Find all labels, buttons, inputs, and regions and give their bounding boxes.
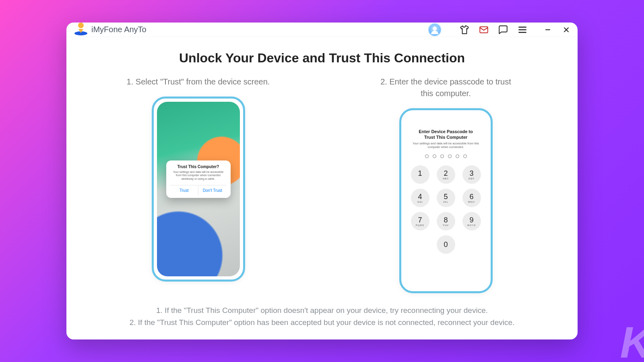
watermark: K	[620, 317, 644, 362]
key-4[interactable]: 4GHI	[411, 189, 429, 207]
app-title: iMyFone AnyTo	[91, 25, 147, 34]
steps-row: 1. Select "Trust" from the device screen…	[83, 76, 561, 293]
titlebar-icons	[428, 23, 572, 37]
step-one-caption: 1. Select "Trust" from the device screen…	[127, 76, 270, 88]
minimize-button[interactable]	[542, 24, 553, 35]
key-0[interactable]: 0	[437, 235, 455, 254]
trust-alert: Trust This Computer? Your settings and d…	[166, 160, 231, 198]
app-logo	[74, 23, 87, 36]
page-title: Unlock Your Device and Trust This Connec…	[83, 51, 561, 66]
key-7[interactable]: 7PQRS	[411, 212, 429, 230]
keypad: 1 2ABC 3DEF 4GHI 5JKL 6MNO 7PQRS 8TUV 9W…	[411, 165, 481, 254]
key-6[interactable]: 6MNO	[462, 189, 481, 207]
key-1[interactable]: 1	[411, 165, 429, 184]
trust-button[interactable]: Trust	[170, 185, 198, 195]
key-3[interactable]: 3DEF	[462, 165, 481, 184]
key-8[interactable]: 8TUV	[437, 212, 455, 230]
trust-alert-body: Your settings and data will be accessibl…	[170, 171, 227, 181]
key-9[interactable]: 9WXYZ	[462, 212, 481, 230]
titlebar: iMyFone AnyTo	[66, 23, 578, 37]
close-button[interactable]	[561, 24, 572, 35]
passcode-subtitle: Your settings and data will be accessibl…	[412, 142, 480, 149]
passcode-dots	[425, 154, 467, 158]
content: Unlock Your Device and Trust This Connec…	[66, 37, 578, 339]
phone-trust-screen: Trust This Computer? Your settings and d…	[157, 102, 240, 276]
shirt-icon[interactable]	[459, 25, 470, 35]
menu-icon[interactable]	[517, 25, 528, 35]
passcode-title: Enter Device Passcode to Trust This Comp…	[414, 129, 478, 140]
step-one: 1. Select "Trust" from the device screen…	[102, 76, 295, 293]
phone-passcode-screen: Enter Device Passcode to Trust This Comp…	[405, 113, 487, 288]
mail-icon[interactable]	[479, 25, 489, 35]
footnote-1: 1. If the "Trust This Computer" option d…	[83, 304, 561, 316]
feedback-icon[interactable]	[498, 25, 508, 35]
phone-passcode: Enter Device Passcode to Trust This Comp…	[399, 108, 493, 293]
key-5[interactable]: 5JKL	[437, 189, 455, 207]
trust-alert-title: Trust This Computer?	[170, 165, 227, 169]
phone-trust: Trust This Computer? Your settings and d…	[152, 97, 245, 282]
step-two-caption: 2. Enter the device passcode to trust th…	[374, 76, 518, 99]
app-window: iMyFone AnyTo	[66, 23, 578, 339]
step-two: 2. Enter the device passcode to trust th…	[349, 76, 543, 293]
footnotes: 1. If the "Trust This Computer" option d…	[83, 304, 561, 328]
window-controls	[542, 24, 572, 35]
dont-trust-button[interactable]: Don't Trust	[198, 185, 227, 195]
footnote-2: 2. If the "Trust This Computer" option h…	[83, 317, 561, 328]
key-2[interactable]: 2ABC	[437, 165, 455, 184]
account-avatar-icon[interactable]	[428, 23, 442, 37]
